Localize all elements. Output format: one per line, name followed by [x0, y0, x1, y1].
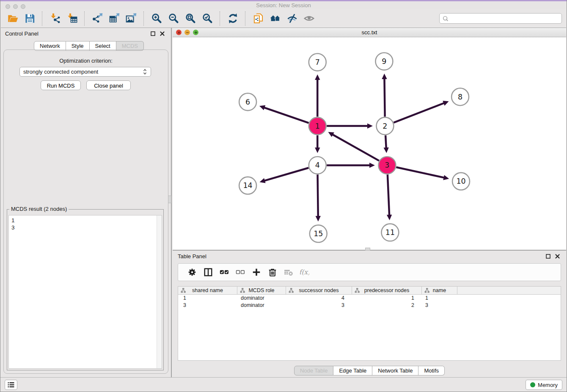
zoom-selected-button[interactable] — [199, 11, 216, 26]
table-cell: 1 — [178, 295, 237, 302]
network-node-6[interactable]: 6 — [239, 93, 256, 110]
hide-panel-button[interactable] — [284, 11, 300, 26]
table-panel-title: Table Panel — [178, 253, 206, 259]
network-edge-4-15[interactable] — [316, 174, 321, 221]
table-row[interactable]: 1dominator411 — [178, 295, 561, 302]
network-node-14[interactable]: 14 — [239, 177, 256, 194]
deselect-all-button[interactable] — [232, 265, 248, 279]
network-edge-4-3[interactable] — [327, 163, 375, 168]
toolbar-buttons — [4, 11, 317, 26]
export-table-button[interactable] — [106, 11, 123, 26]
columns-button[interactable] — [200, 265, 216, 279]
import-network-button[interactable] — [47, 11, 63, 26]
network-canvas[interactable]: 7968124314101511 — [173, 37, 566, 250]
close-panel-icon[interactable] — [160, 31, 165, 36]
network-node-2[interactable]: 2 — [376, 117, 394, 135]
search-input[interactable] — [450, 15, 559, 22]
network-canvas-svg: 7968124314101511 — [173, 37, 566, 250]
table-cell: 3 — [178, 302, 237, 309]
trash-button[interactable] — [264, 265, 281, 279]
network-edge-4-14[interactable] — [259, 168, 308, 183]
open-session-button[interactable] — [4, 11, 21, 26]
zoom-out-button[interactable] — [165, 11, 182, 26]
run-mcds-button[interactable]: Run MCDS — [41, 80, 81, 90]
column-header-successor-nodes[interactable]: successor nodes — [286, 287, 352, 294]
columns-icon — [204, 268, 213, 277]
panel-splitter[interactable] — [168, 196, 171, 203]
toolbar-separator — [143, 11, 144, 26]
network-edge-3-10[interactable] — [396, 167, 449, 180]
table-panel: Table Panel f(x) shared nameMCDS rolesuc… — [173, 251, 566, 377]
tab-node-table[interactable]: Node Table — [294, 366, 334, 375]
network-node-1[interactable]: 1 — [309, 117, 326, 135]
network-edge-2-3[interactable] — [383, 135, 388, 153]
network-edge-2-9[interactable] — [382, 74, 387, 117]
network-node-8[interactable]: 8 — [451, 88, 469, 105]
home-icon — [270, 13, 281, 24]
table-body: 1dominator4113dominator323 — [178, 295, 561, 309]
column-header-predecessor-nodes[interactable]: predecessor nodes — [352, 287, 422, 294]
export-network-icon — [92, 13, 103, 24]
table-row[interactable]: 3dominator323 — [178, 302, 561, 309]
float-panel-icon[interactable] — [150, 31, 156, 36]
network-edge-1-6[interactable] — [259, 105, 309, 123]
network-edge-1-7[interactable] — [315, 75, 320, 117]
network-edge-3-11[interactable] — [387, 174, 392, 220]
control-panel: Control Panel NetworkStyleSelectMCDS Opt… — [1, 28, 172, 377]
memory-button[interactable]: Memory — [526, 380, 562, 390]
close-panel-button[interactable]: Close panel — [86, 80, 131, 90]
home-button[interactable] — [267, 11, 284, 26]
close-table-panel-icon[interactable] — [555, 254, 560, 259]
tab-network-table[interactable]: Network Table — [372, 366, 418, 375]
network-edge-2-8[interactable] — [394, 101, 449, 123]
add-column-button[interactable] — [248, 265, 264, 279]
tab-edge-table[interactable]: Edge Table — [333, 366, 372, 375]
task-history-button[interactable] — [5, 380, 17, 390]
network-node-15[interactable]: 15 — [310, 225, 327, 243]
gear-icon — [187, 268, 197, 277]
select-all-button[interactable] — [216, 265, 232, 279]
zoom-in-button[interactable] — [148, 11, 165, 26]
show-panel-button[interactable] — [300, 11, 317, 26]
network-edge-1-4[interactable] — [315, 135, 320, 153]
column-header-mcds-role[interactable]: MCDS role — [237, 287, 286, 294]
network-edge-3-1[interactable] — [328, 132, 379, 161]
network-node-11[interactable]: 11 — [381, 224, 399, 241]
optimization-criterion-dropdown[interactable]: strongly connected component — [19, 67, 151, 77]
window-title: Session: New Session — [0, 2, 567, 8]
column-header-shared-name[interactable]: shared name — [178, 287, 237, 294]
network-node-10[interactable]: 10 — [452, 173, 470, 190]
column-header-name[interactable]: name — [422, 287, 457, 294]
network-window: scc.txt 7968124314101511 — [173, 28, 566, 251]
network-node-9[interactable]: 9 — [375, 52, 393, 70]
gear-button[interactable] — [184, 265, 200, 279]
network-title: scc.txt — [173, 29, 566, 36]
mcds-result-scrollbar[interactable] — [157, 215, 162, 368]
network-edge-1-2[interactable] — [327, 123, 373, 128]
network-node-7[interactable]: 7 — [309, 53, 326, 71]
network-node-4[interactable]: 4 — [309, 157, 326, 174]
export-image-button[interactable] — [123, 11, 140, 26]
main-toolbar — [1, 9, 566, 28]
save-session-button[interactable] — [21, 11, 38, 26]
search-box[interactable] — [439, 13, 562, 24]
refresh-button[interactable] — [224, 11, 241, 26]
trash-icon — [268, 268, 277, 277]
tree-icon — [240, 288, 245, 293]
network-node-3[interactable]: 3 — [378, 157, 396, 174]
show-panel-icon — [303, 13, 315, 24]
tree-icon — [181, 288, 186, 293]
dropdown-stepper-icon — [143, 69, 147, 75]
horizontal-splitter[interactable] — [365, 248, 370, 251]
table-cell: 2 — [352, 302, 422, 309]
float-table-panel-icon[interactable] — [545, 254, 551, 259]
svg-text:f(x): f(x) — [300, 268, 309, 276]
app-window: Session: New Session Control Panel Netwo… — [0, 0, 567, 392]
mcds-result-area[interactable]: 1 3 — [8, 215, 162, 369]
tab-motifs[interactable]: Motifs — [418, 366, 445, 375]
import-table-button[interactable] — [63, 11, 80, 26]
zoom-fit-button[interactable] — [182, 11, 199, 26]
zoom-fit-icon — [185, 13, 196, 24]
duplicate-network-button[interactable] — [250, 11, 267, 26]
export-network-button[interactable] — [89, 11, 106, 26]
